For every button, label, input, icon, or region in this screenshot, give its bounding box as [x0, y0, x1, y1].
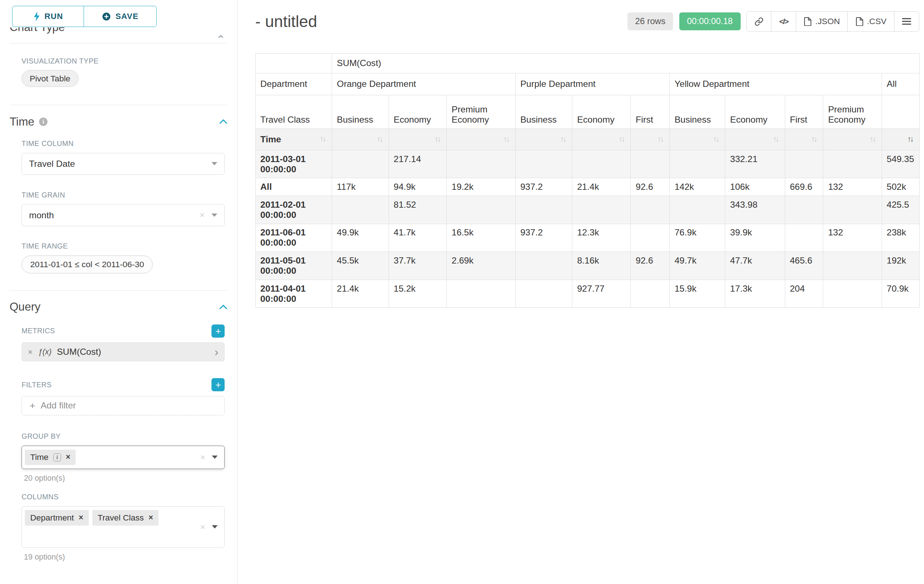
file-icon — [804, 17, 812, 26]
download-json-button[interactable]: .JSON — [796, 12, 848, 32]
column-sorter[interactable]: ↑↓ — [389, 128, 447, 150]
link-icon — [754, 17, 764, 26]
select-controls: × — [200, 523, 218, 532]
travel-class-header: Economy — [725, 95, 785, 129]
row-dimension-text: Time — [261, 134, 281, 145]
time-section-header[interactable]: Time i — [0, 105, 237, 135]
header-row: Time↑↓↑↓↑↓↑↓↑↓↑↓↑↓↑↓↑↓↑↓↑↓↑↓ — [255, 128, 919, 150]
remove-tag-icon[interactable]: × — [79, 514, 83, 521]
table-row: 2011-04-01 00:00:0021.4k15.2k927.7715.9k… — [255, 280, 919, 308]
column-sorter[interactable]: ↑↓ — [572, 128, 631, 150]
embed-code-button[interactable]: </> — [771, 12, 796, 32]
plus-icon: + — [30, 400, 35, 411]
pivot-cell: 927.77 — [572, 280, 631, 308]
column-sorter[interactable]: ↑↓ — [785, 128, 823, 150]
add-metric-button[interactable]: + — [211, 324, 224, 337]
menu-button[interactable] — [894, 12, 919, 32]
remove-tag-icon[interactable]: × — [148, 514, 153, 521]
sort-icon[interactable]: ↑↓ — [870, 135, 877, 144]
sort-icon[interactable]: ↑↓ — [320, 134, 327, 143]
run-button[interactable]: RUN — [12, 6, 84, 26]
header-row: Travel ClassBusinessEconomyPremium Econo… — [255, 95, 919, 129]
travel-class-header: Premium Economy — [447, 95, 515, 129]
pivot-cell: 16.5k — [447, 224, 515, 252]
tag-label: Time — [30, 452, 49, 462]
remove-metric-icon[interactable]: × — [28, 348, 33, 356]
chart-type-heading: Chart Type — [10, 27, 227, 34]
time-grain-select[interactable]: month × — [21, 204, 224, 226]
time-column-select[interactable]: Travel Date — [21, 153, 224, 175]
copy-link-button[interactable] — [746, 12, 772, 32]
column-subdimension-label: Travel Class — [255, 95, 332, 129]
columns-tag[interactable]: Travel Class × — [92, 510, 158, 526]
pivot-cell: 132 — [823, 178, 882, 196]
department-group-header: Orange Department — [332, 73, 515, 95]
save-button[interactable]: SAVE — [84, 6, 157, 26]
sort-icon[interactable]: ↑↓ — [907, 135, 914, 144]
department-group-header: Yellow Department — [670, 73, 882, 95]
chart-type-section-header[interactable]: Chart Type — [10, 27, 227, 38]
add-filter-button[interactable]: + Add filter — [21, 396, 224, 415]
chevron-up-icon[interactable] — [219, 305, 228, 309]
sort-icon[interactable]: ↑↓ — [376, 135, 384, 144]
add-filter-plus-button[interactable]: + — [211, 378, 224, 391]
caret-right-icon[interactable]: › — [215, 346, 218, 358]
clear-icon[interactable]: × — [200, 523, 205, 532]
caret-down-icon[interactable] — [212, 456, 218, 459]
pivot-cell — [631, 150, 670, 178]
tag-label: Travel Class — [97, 513, 144, 523]
column-sorter[interactable]: ↑↓ — [447, 128, 515, 150]
pivot-cell — [823, 196, 882, 224]
remove-tag-icon[interactable]: × — [66, 453, 70, 461]
pivot-cell — [823, 150, 882, 178]
caret-down-icon[interactable] — [212, 525, 218, 528]
row-header: 2011-04-01 00:00:00 — [255, 280, 332, 308]
table-row: 2011-06-01 00:00:0049.9k41.7k16.5k937.21… — [255, 224, 919, 252]
row-header: 2011-05-01 00:00:00 — [255, 252, 332, 280]
sort-icon[interactable]: ↑↓ — [657, 135, 665, 144]
column-sorter[interactable]: ↑↓ — [725, 128, 785, 150]
column-sorter[interactable]: ↑↓ — [332, 128, 389, 150]
column-sorter[interactable]: ↑↓ — [823, 128, 882, 150]
pivot-cell: 549.35 — [882, 150, 919, 178]
column-sorter[interactable]: ↑↓ — [670, 128, 725, 150]
sort-icon[interactable]: ↑↓ — [435, 135, 442, 144]
sort-icon[interactable]: ↑↓ — [560, 135, 567, 144]
column-sorter[interactable]: ↑↓ — [515, 128, 572, 150]
pivot-cell — [631, 196, 670, 224]
pivot-cell: 81.52 — [389, 196, 447, 224]
sort-icon[interactable]: ↑↓ — [713, 135, 720, 144]
sort-icon[interactable]: ↑↓ — [811, 135, 818, 144]
clear-icon[interactable]: × — [200, 453, 205, 462]
travel-class-header: Economy — [572, 95, 631, 129]
query-section-header[interactable]: Query — [0, 291, 237, 321]
pivot-cell: 192k — [882, 252, 919, 280]
sort-icon[interactable]: ↑↓ — [773, 135, 780, 144]
chart-title[interactable]: - untitled — [255, 12, 627, 31]
columns-select[interactable]: Department × Travel Class × × — [21, 506, 224, 548]
column-sorter[interactable]: ↑↓ — [882, 128, 919, 150]
caret-down-icon — [211, 214, 217, 217]
group-by-tag[interactable]: Time i × — [25, 450, 76, 466]
pivot-cell: 41.7k — [389, 224, 447, 252]
column-sorter[interactable]: ↑↓ — [631, 128, 670, 150]
group-by-options-hint: 20 option(s) — [24, 474, 225, 483]
clear-icon[interactable]: × — [200, 211, 205, 220]
chevron-up-icon[interactable] — [219, 119, 228, 124]
hamburger-icon — [902, 18, 911, 25]
metric-option[interactable]: × ƒ(x) SUM(Cost) › — [21, 342, 224, 361]
sort-icon[interactable]: ↑↓ — [619, 135, 626, 144]
column-dimension-label: Department — [255, 73, 332, 95]
pivot-cell — [631, 224, 670, 252]
pivot-cell — [447, 150, 515, 178]
pivot-cell: 12.3k — [572, 224, 631, 252]
sort-icon[interactable]: ↑↓ — [503, 135, 511, 144]
columns-tag[interactable]: Department × — [25, 510, 89, 526]
pivot-cell: 117k — [332, 178, 389, 196]
csv-button-label: .CSV — [867, 16, 886, 26]
group-by-select[interactable]: Time i × × — [21, 446, 224, 469]
time-range-pill[interactable]: 2011-01-01 ≤ col < 2011-06-30 — [21, 255, 153, 273]
chart-panel: - untitled 26 rows 00:00:00.18 </> — [238, 0, 924, 584]
download-csv-button[interactable]: .CSV — [847, 12, 894, 32]
viz-type-pill[interactable]: Pivot Table — [21, 70, 79, 87]
